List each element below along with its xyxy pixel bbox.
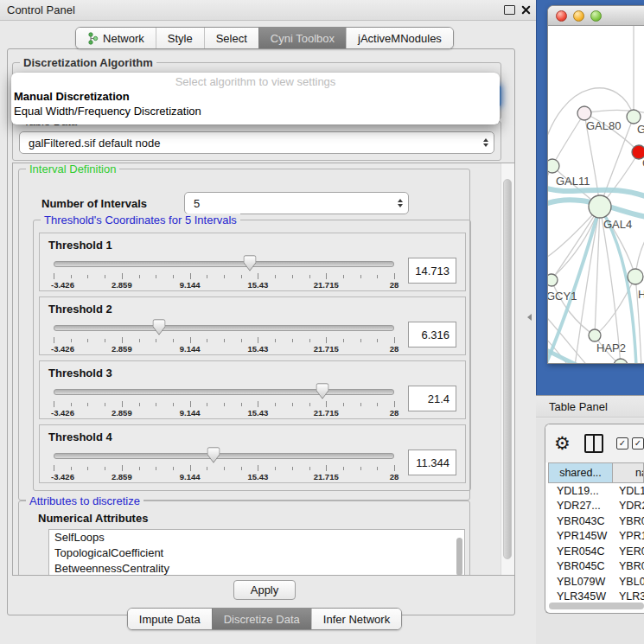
slider-track[interactable] (54, 389, 394, 395)
table-horizontal-scrollbar[interactable] (549, 603, 644, 609)
slider-tick (377, 467, 378, 470)
slider-tick-label: 2.859 (112, 280, 132, 290)
slider-tick (122, 401, 123, 407)
attribute-item-topologicalcoefficient[interactable]: TopologicalCoefficient (49, 545, 464, 561)
slider-tick (326, 337, 327, 343)
table-header-row: shared... na (548, 462, 644, 483)
slider-tick (343, 403, 344, 406)
threshold-value-field[interactable]: 21.4 (408, 386, 456, 411)
slider-tick (275, 403, 276, 406)
network-node-hap2[interactable] (589, 329, 601, 341)
network-node-gal80[interactable] (577, 106, 591, 120)
tab-label: Network (103, 32, 144, 45)
slider-track[interactable] (54, 325, 394, 331)
algorithm-option-equal-width-frequency-discretization[interactable]: Equal Width/Frequency Discretization (11, 104, 500, 118)
table-data-combo[interactable]: galFiltered.sif default node (19, 131, 494, 154)
table-row[interactable]: YDR27...YDR2 (548, 499, 644, 514)
cell-name: YDL1 (613, 485, 644, 497)
tab-discretize-data[interactable]: Discretize Data (212, 609, 311, 629)
close-light-icon[interactable] (556, 10, 567, 22)
number-of-intervals-label: Number of Intervals (41, 197, 147, 210)
slider-tick-label: -3.426 (51, 280, 74, 290)
apply-button[interactable]: Apply (233, 580, 296, 600)
slider-thumb[interactable] (153, 319, 166, 335)
algorithm-popup-hint: Select algorithm to view settings (11, 74, 500, 89)
slider-tick (207, 467, 207, 470)
checkbox-icon[interactable]: ✓ (616, 437, 628, 450)
slider-tick (190, 465, 191, 471)
network-icon (87, 32, 99, 45)
slider-tick-label: 28 (390, 280, 399, 290)
tab-select[interactable]: Select (204, 28, 258, 48)
threshold-slider[interactable]: -3.4262.8599.14415.4321.71528 (54, 445, 394, 480)
panel-splitter-handle[interactable] (527, 314, 532, 321)
tab-jactivemnodules[interactable]: jActiveMNodules (346, 28, 453, 48)
number-of-intervals-combo[interactable]: 5 (184, 192, 409, 214)
cell-shared-name: YDR27... (548, 500, 613, 512)
threshold-slider[interactable]: -3.4262.8599.14415.4321.71528 (54, 381, 394, 416)
slider-thumb[interactable] (207, 447, 220, 463)
checkbox-icon[interactable]: ✓ (632, 437, 644, 450)
columns-icon[interactable] (584, 434, 603, 453)
slider-tick-label: 28 (390, 408, 399, 418)
table-row[interactable]: YBR045CYBR0 (548, 559, 644, 575)
slider-tick (190, 401, 191, 407)
attribute-item-selfloops[interactable]: SelfLoops (49, 530, 464, 545)
threshold-value-field[interactable]: 11.344 (408, 450, 456, 475)
float-window-icon[interactable] (504, 5, 515, 15)
slider-tick (241, 339, 242, 342)
column-header-name[interactable]: na (613, 462, 644, 483)
close-icon[interactable] (521, 5, 531, 15)
threshold-slider[interactable]: -3.4262.8599.14415.4321.71528 (54, 253, 394, 288)
tab-impute-data[interactable]: Impute Data (128, 609, 212, 629)
tab-network[interactable]: Network (76, 28, 156, 48)
slider-tick (156, 275, 156, 278)
slider-tick (258, 401, 258, 407)
gear-icon[interactable]: ⚙ (554, 435, 571, 453)
column-header-shared-name[interactable]: shared... (548, 462, 613, 483)
network-node-gcy1[interactable] (548, 274, 558, 286)
threshold-value-field[interactable]: 14.713 (408, 258, 456, 284)
slider-tick (224, 403, 225, 406)
cell-name: YBL0 (613, 576, 644, 588)
slider-track[interactable] (54, 261, 394, 267)
attributes-list-scrollbar[interactable] (456, 538, 462, 576)
network-canvas[interactable]: GAL80GACGAL11GAL4GCY1HHAP2 (548, 26, 644, 363)
settings-scrollbar-thumb[interactable] (503, 179, 512, 559)
table-row[interactable]: YBR043CYBR0 (548, 513, 644, 529)
combo-stepper-icon[interactable] (478, 138, 488, 148)
threshold-value-field[interactable]: 6.316 (408, 322, 456, 348)
panel-title: Control Panel (7, 3, 75, 16)
network-window: GAL80GACGAL11GAL4GCY1HHAP2 (547, 5, 644, 364)
table-row[interactable]: YPR145WYPR1 (548, 529, 644, 545)
table-row[interactable]: YER054CYER0 (548, 544, 644, 559)
minimize-light-icon[interactable] (573, 10, 584, 22)
attribute-item-betweennesscentrality[interactable]: BetweennessCentrality (49, 561, 464, 576)
attributes-group: Attributes to discretize Numerical Attri… (18, 501, 470, 576)
slider-track[interactable] (54, 453, 394, 459)
numerical-attributes-list[interactable]: SelfLoopsTopologicalCoefficientBetweenne… (48, 529, 465, 576)
network-node-label: GAL80 (586, 119, 621, 132)
tab-cyni-toolbox[interactable]: Cyni Toolbox (258, 28, 346, 48)
threshold-panel-2: Threshold 2-3.4262.8599.14415.4321.71528… (39, 296, 466, 355)
network-node-ga[interactable] (627, 110, 641, 124)
table-row[interactable]: YBL079WYBL0 (548, 574, 644, 590)
network-node-h[interactable] (628, 269, 643, 284)
algorithm-option-manual-discretization[interactable]: Manual Discretization (11, 89, 500, 104)
zoom-light-icon[interactable] (590, 10, 602, 22)
tab-style[interactable]: Style (156, 28, 204, 48)
settings-scrollbar-track[interactable] (501, 163, 514, 575)
tab-infer-network[interactable]: Infer Network (311, 609, 401, 629)
slider-thumb[interactable] (244, 255, 257, 271)
slider-tick (122, 337, 123, 343)
network-node[interactable] (614, 359, 628, 363)
network-node-gal11[interactable] (548, 159, 559, 173)
slider-thumb[interactable] (316, 383, 329, 399)
cell-shared-name: YBR045C (548, 560, 613, 572)
cell-name: YLR3 (613, 590, 644, 603)
combo-stepper-icon[interactable] (392, 199, 403, 208)
table-row[interactable]: YDL19...YDL1 (548, 483, 644, 499)
network-node-gal4[interactable] (589, 195, 611, 218)
threshold-slider[interactable]: -3.4262.8599.14415.4321.71528 (54, 317, 394, 352)
slider-tick-label: 2.859 (112, 472, 132, 481)
